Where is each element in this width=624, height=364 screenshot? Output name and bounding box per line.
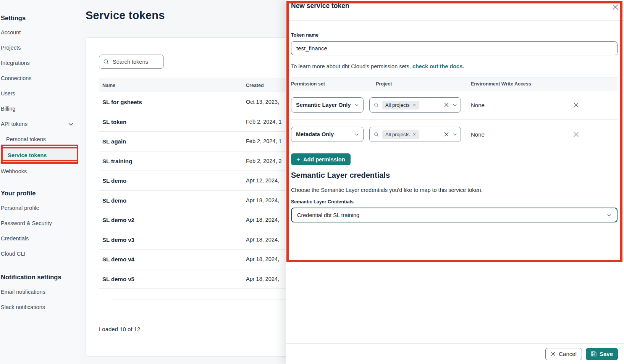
chevron-down-icon xyxy=(355,104,359,106)
sidebar-item-label: Account xyxy=(1,29,21,35)
sidebar-heading-settings: Settings xyxy=(0,14,80,22)
drawer-footer: Cancel Save xyxy=(286,343,624,364)
project-chip[interactable]: All projects ✕ xyxy=(382,130,419,139)
token-name-cell: SL for gsheets xyxy=(102,99,142,105)
sidebar-item[interactable]: Slack notifications xyxy=(0,300,80,315)
docs-link[interactable]: check out the docs. xyxy=(412,63,464,69)
token-name-cell: SL training xyxy=(102,158,132,164)
column-header-name: Name xyxy=(102,78,115,93)
column-header-env-write-access: Environment Write Access xyxy=(471,78,531,90)
chevron-down-icon xyxy=(355,133,359,136)
column-header-permission-set: Permission set xyxy=(291,78,325,90)
cancel-button[interactable]: Cancel xyxy=(545,348,582,360)
semantic-layer-credentials-heading: Semantic Layer credentials xyxy=(291,171,390,180)
add-permission-button[interactable]: + Add permission xyxy=(291,153,351,165)
sidebar-item-service-tokens[interactable]: Service tokens xyxy=(1,147,78,164)
project-select[interactable]: All projects ✕ xyxy=(369,127,461,142)
permission-set-select[interactable]: Metadata Only xyxy=(291,127,364,142)
token-created-cell: Apr 18, 2024, xyxy=(246,197,279,203)
sidebar-item-label: Personal tokens xyxy=(6,136,46,142)
semantic-layer-credentials-label: Semantic Layer Credentials xyxy=(291,199,354,205)
token-created-cell: Oct 13, 2023, xyxy=(246,99,279,105)
sidebar-item-label: API tokens xyxy=(1,121,27,127)
sidebar-item-label: Service tokens xyxy=(8,152,47,158)
permission-row: Semantic Layer Only All projects ✕ None xyxy=(291,90,618,120)
sidebar-item-label: Projects xyxy=(1,45,21,51)
sidebar-heading-your-profile: Your profile xyxy=(0,189,80,197)
selected-credential-value: Credential dbt SL training xyxy=(297,212,359,218)
sidebar-item[interactable]: Credentials xyxy=(0,231,80,246)
sidebar-item[interactable]: Connections xyxy=(0,71,80,86)
project-chip-label: All projects xyxy=(385,132,410,137)
permission-row: Metadata Only All projects ✕ None xyxy=(291,120,618,149)
column-header-project: Project xyxy=(376,78,392,90)
sidebar-item-webhooks[interactable]: Webhooks xyxy=(0,164,80,179)
project-select[interactable]: All projects ✕ xyxy=(369,97,461,113)
search-input[interactable] xyxy=(113,59,158,65)
chevron-down-icon[interactable] xyxy=(453,104,457,106)
save-disk-icon xyxy=(591,351,597,357)
sidebar-item[interactable]: Projects xyxy=(0,40,80,55)
sidebar-item[interactable]: Email notifications xyxy=(0,284,80,300)
permission-set-select[interactable]: Semantic Layer Only xyxy=(291,97,364,113)
sidebar-item[interactable]: Billing xyxy=(0,101,80,116)
chevron-down-icon xyxy=(68,122,73,126)
sidebar-item-label: Password & Security xyxy=(1,220,52,226)
chevron-down-icon[interactable] xyxy=(453,133,457,136)
permissions-section: Permission set Project Environment Write… xyxy=(291,77,618,149)
docs-helper-text: To learn more about dbt Cloud's permissi… xyxy=(291,63,464,69)
token-name-input[interactable] xyxy=(291,41,618,55)
permissions-rows: Semantic Layer Only All projects ✕ None xyxy=(291,90,618,149)
save-label: Save xyxy=(600,351,613,357)
close-icon xyxy=(551,351,556,356)
project-chip[interactable]: All projects ✕ xyxy=(382,101,419,110)
token-created-cell: Apr 18, 2024, xyxy=(246,276,279,282)
sidebar-item-personal-tokens[interactable]: Personal tokens xyxy=(0,132,80,147)
token-name-cell: SL demo xyxy=(102,177,126,184)
search-tokens-box[interactable] xyxy=(99,55,164,69)
sidebar-item-label: Billing xyxy=(1,106,16,112)
save-button[interactable]: Save xyxy=(586,348,618,360)
env-write-access-value: None xyxy=(471,131,485,138)
loaded-count-text: Loaded 10 of 12 xyxy=(99,326,140,332)
settings-sidebar: Settings Account Projects Integrations C… xyxy=(0,0,80,364)
remove-permission-icon[interactable] xyxy=(573,131,579,138)
env-write-access-value: None xyxy=(471,102,485,108)
token-name-cell: SL demo v4 xyxy=(102,256,134,263)
project-chip-label: All projects xyxy=(385,102,410,108)
token-created-cell: Apr 18, 2024, xyxy=(246,237,279,243)
sidebar-item-label: Slack notifications xyxy=(1,304,45,310)
search-icon xyxy=(373,132,379,137)
sidebar-item-label: Users xyxy=(1,90,15,97)
sidebar-item[interactable]: Account xyxy=(0,25,80,40)
sidebar-item[interactable]: Cloud CLI xyxy=(0,246,80,261)
clear-selection-icon[interactable] xyxy=(444,102,449,108)
token-name-cell: SL demo v5 xyxy=(102,275,134,282)
semantic-layer-credentials-select[interactable]: Credential dbt SL training xyxy=(291,208,618,222)
clear-selection-icon[interactable] xyxy=(444,132,449,137)
header-divider xyxy=(286,20,624,21)
token-name-label: Token name xyxy=(291,32,318,38)
token-created-cell: Apr 12, 2024, xyxy=(246,177,279,184)
sidebar-item[interactable]: Password & Security xyxy=(0,216,80,231)
cancel-label: Cancel xyxy=(559,351,577,357)
sidebar-item[interactable]: Integrations xyxy=(0,55,80,71)
close-icon[interactable] xyxy=(611,3,619,11)
sidebar-item[interactable]: Users xyxy=(0,86,80,101)
token-name-cell: SL demo v3 xyxy=(102,236,134,243)
drawer-title: New service token xyxy=(291,2,349,10)
sidebar-item-label: Cloud CLI xyxy=(1,251,25,257)
remove-permission-icon[interactable] xyxy=(573,102,579,108)
page-title: Service tokens xyxy=(86,9,165,22)
token-name-cell: SL again xyxy=(102,138,126,145)
sidebar-item-label: Webhooks xyxy=(1,168,27,174)
sidebar-item-api-tokens[interactable]: API tokens xyxy=(0,116,80,132)
add-permission-label: Add permission xyxy=(303,156,345,163)
search-icon xyxy=(103,59,109,65)
plus-icon: + xyxy=(296,156,300,163)
token-created-cell: Apr 18, 2024, xyxy=(246,217,279,223)
sidebar-item-label: Integrations xyxy=(1,60,30,66)
chip-remove-icon[interactable]: ✕ xyxy=(413,103,416,108)
chip-remove-icon[interactable]: ✕ xyxy=(413,132,416,137)
sidebar-item[interactable]: Personal profile xyxy=(0,200,80,216)
